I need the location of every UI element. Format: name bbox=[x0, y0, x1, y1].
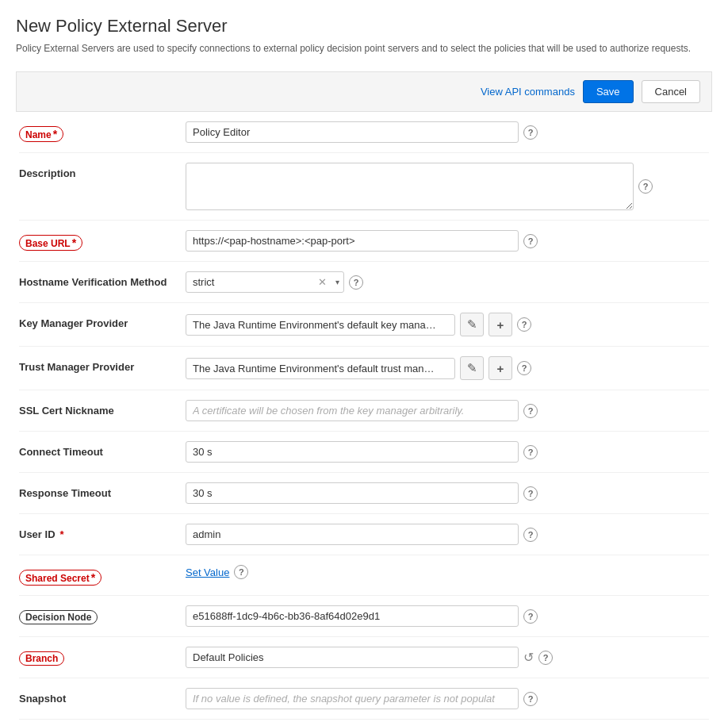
key-manager-label: Key Manager Provider bbox=[19, 313, 186, 329]
trust-manager-help-icon[interactable]: ? bbox=[517, 361, 531, 375]
key-manager-control-area: ✎ + ? bbox=[186, 313, 709, 336]
description-input[interactable] bbox=[186, 163, 634, 210]
ssl-cert-input[interactable] bbox=[186, 400, 519, 421]
connect-timeout-input[interactable] bbox=[186, 441, 519, 463]
form-row-key-manager: Key Manager Provider ✎ + ? bbox=[19, 303, 709, 347]
ssl-cert-control-area: ? bbox=[186, 400, 709, 421]
snapshot-input[interactable] bbox=[186, 688, 519, 709]
form-row-snapshot: Snapshot ? bbox=[19, 678, 709, 720]
shared-secret-set-value-link[interactable]: Set Value bbox=[186, 566, 229, 578]
form-row-trust-manager: Trust Manager Provider ✎ + ? bbox=[19, 347, 709, 390]
page-description: Policy External Servers are used to spec… bbox=[16, 41, 706, 56]
save-button[interactable]: Save bbox=[583, 80, 634, 103]
response-timeout-label: Response Timeout bbox=[19, 482, 186, 499]
connect-timeout-control-area: ? bbox=[186, 441, 709, 463]
form-row-connect-timeout: Connect Timeout ? bbox=[19, 432, 709, 473]
branch-label: Branch bbox=[19, 647, 186, 666]
form-row-ssl-cert: SSL Cert Nickname ? bbox=[19, 390, 709, 432]
trust-manager-edit-button[interactable]: ✎ bbox=[460, 356, 484, 380]
description-control-area: ? bbox=[186, 163, 709, 210]
snapshot-help-icon[interactable]: ? bbox=[523, 692, 538, 706]
user-id-help-icon[interactable]: ? bbox=[523, 528, 538, 542]
edit-icon: ✎ bbox=[467, 317, 477, 332]
key-manager-help-icon[interactable]: ? bbox=[517, 317, 531, 332]
trust-manager-input[interactable] bbox=[186, 358, 455, 379]
shared-secret-required-label: Shared Secret* bbox=[19, 570, 102, 586]
hostname-control-area: strict allow all none ✕ ▾ ? bbox=[186, 271, 709, 293]
hostname-label: Hostname Verification Method bbox=[19, 271, 186, 288]
form-row-decision-node: Decision Node ? bbox=[19, 596, 709, 637]
user-id-control-area: ? bbox=[186, 524, 709, 545]
branch-control-area: ↺ ? bbox=[186, 647, 709, 668]
key-manager-add-button[interactable]: + bbox=[489, 313, 512, 336]
name-label: Name* bbox=[19, 121, 186, 142]
response-timeout-control-area: ? bbox=[186, 482, 709, 504]
user-id-input[interactable] bbox=[186, 524, 519, 545]
hostname-select-clear[interactable]: ✕ bbox=[318, 277, 327, 287]
connect-timeout-help-icon[interactable]: ? bbox=[523, 445, 538, 459]
add-icon: + bbox=[497, 362, 504, 375]
toolbar: View API commands Save Cancel bbox=[16, 71, 712, 112]
key-manager-edit-button[interactable]: ✎ bbox=[460, 313, 484, 336]
branch-reset-icon[interactable]: ↺ bbox=[523, 650, 534, 665]
base-url-help-icon[interactable]: ? bbox=[523, 234, 538, 248]
user-id-label: User ID * bbox=[19, 524, 186, 540]
name-control-area: ? bbox=[186, 121, 709, 143]
form: Name* ? Description ? Base URL* bbox=[16, 112, 712, 720]
connect-timeout-label: Connect Timeout bbox=[19, 441, 186, 458]
form-row-hostname: Hostname Verification Method strict allo… bbox=[19, 262, 709, 303]
name-input[interactable] bbox=[186, 121, 519, 143]
form-row-shared-secret: Shared Secret* Set Value ? bbox=[19, 555, 709, 596]
base-url-input[interactable] bbox=[186, 230, 519, 252]
shared-secret-help-icon[interactable]: ? bbox=[234, 565, 248, 579]
shared-secret-control-area: Set Value ? bbox=[186, 565, 709, 579]
add-icon: + bbox=[497, 318, 504, 332]
hostname-help-icon[interactable]: ? bbox=[349, 275, 363, 290]
response-timeout-input[interactable] bbox=[186, 482, 519, 504]
description-help-icon[interactable]: ? bbox=[638, 179, 653, 194]
hostname-select-wrapper: strict allow all none ✕ ▾ bbox=[186, 271, 344, 293]
form-row-description: Description ? bbox=[19, 153, 709, 221]
page-title: New Policy External Server bbox=[16, 16, 712, 36]
decision-node-help-icon[interactable]: ? bbox=[523, 609, 538, 624]
view-api-commands-link[interactable]: View API commands bbox=[481, 86, 575, 98]
branch-help-icon[interactable]: ? bbox=[538, 651, 553, 665]
decision-node-required-label: Decision Node bbox=[19, 610, 98, 624]
cancel-button[interactable]: Cancel bbox=[642, 80, 700, 103]
branch-required-label: Branch bbox=[19, 651, 64, 666]
base-url-control-area: ? bbox=[186, 230, 709, 252]
edit-icon: ✎ bbox=[467, 361, 477, 375]
trust-manager-label: Trust Manager Provider bbox=[19, 356, 186, 373]
trust-manager-control-area: ✎ + ? bbox=[186, 356, 709, 380]
response-timeout-help-icon[interactable]: ? bbox=[523, 486, 538, 501]
name-required-label: Name* bbox=[19, 126, 63, 142]
form-row-user-id: User ID * ? bbox=[19, 514, 709, 555]
form-row-base-url: Base URL* ? bbox=[19, 221, 709, 262]
branch-input[interactable] bbox=[186, 647, 519, 668]
decision-node-label: Decision Node bbox=[19, 605, 186, 624]
ssl-cert-label: SSL Cert Nickname bbox=[19, 400, 186, 417]
trust-manager-add-button[interactable]: + bbox=[489, 356, 512, 380]
shared-secret-label: Shared Secret* bbox=[19, 565, 186, 586]
ssl-cert-help-icon[interactable]: ? bbox=[523, 404, 538, 418]
description-label: Description bbox=[19, 163, 186, 179]
snapshot-control-area: ? bbox=[186, 688, 709, 709]
name-help-icon[interactable]: ? bbox=[523, 125, 538, 140]
form-row-branch: Branch ↺ ? bbox=[19, 637, 709, 678]
decision-node-control-area: ? bbox=[186, 605, 709, 627]
form-row-response-timeout: Response Timeout ? bbox=[19, 473, 709, 514]
decision-node-input[interactable] bbox=[186, 605, 519, 627]
form-row-name: Name* ? bbox=[19, 112, 709, 153]
snapshot-label: Snapshot bbox=[19, 688, 186, 705]
key-manager-input[interactable] bbox=[186, 314, 455, 336]
base-url-label: Base URL* bbox=[19, 230, 186, 251]
base-url-required-label: Base URL* bbox=[19, 235, 82, 251]
